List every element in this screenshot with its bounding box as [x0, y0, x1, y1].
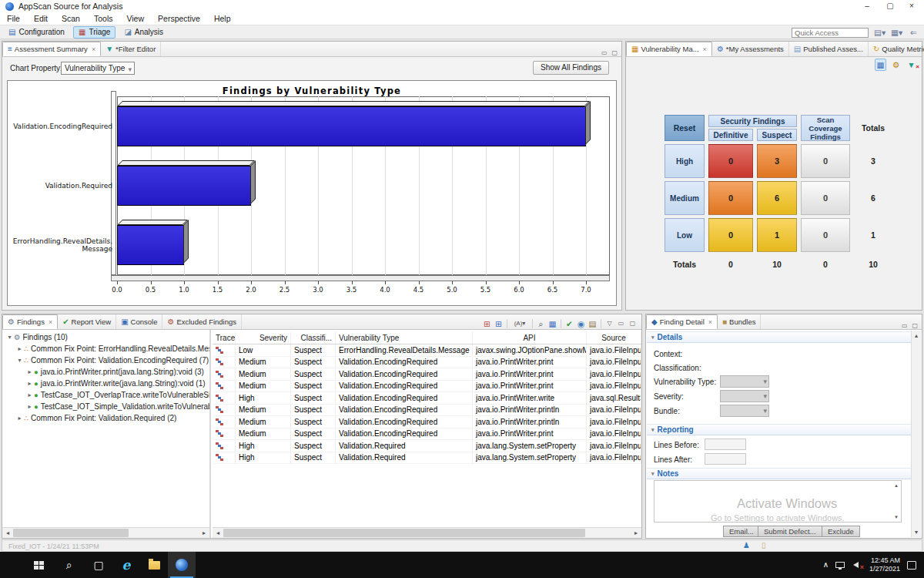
bundle-status-icon[interactable]: ▯: [762, 542, 766, 549]
vulnerability-type-select[interactable]: ▾: [720, 375, 769, 388]
minimize-view-icon[interactable]: ▭: [601, 49, 608, 56]
tab-assessment-summary[interactable]: ≡Assessment Summary×: [2, 42, 101, 56]
maximize-view-icon[interactable]: ▢: [627, 318, 638, 329]
view-menu-icon[interactable]: ▽: [604, 318, 615, 329]
exclude-button[interactable]: Exclude: [822, 526, 860, 537]
edit-trace-icon[interactable]: ⊞: [493, 318, 504, 329]
notes-section-header[interactable]: ▾ Notes: [647, 468, 911, 479]
trace-cell[interactable]: [213, 416, 236, 428]
tab-report-view[interactable]: ✔Report View: [58, 314, 116, 329]
lines-after-input[interactable]: [705, 453, 746, 465]
table-row[interactable]: HighSuspectValidation.Requiredjava.lang.…: [213, 440, 641, 452]
perspective-configuration[interactable]: ▤Configuration: [3, 26, 70, 39]
matrix-cell-medium-scan[interactable]: 0: [801, 181, 850, 215]
trace-cell[interactable]: [213, 368, 236, 380]
lines-before-input[interactable]: [705, 439, 746, 450]
scroll-left-icon[interactable]: ◂: [213, 529, 223, 536]
menu-file[interactable]: File: [0, 12, 27, 25]
tree-hscrollbar[interactable]: ◂ ▸: [2, 527, 209, 538]
chart-bar-validation-required[interactable]: [117, 166, 251, 206]
clear-filter-icon[interactable]: ▼×: [906, 59, 917, 70]
check-icon[interactable]: ✔: [564, 318, 575, 329]
matrix-cell-medium-1[interactable]: 6: [757, 181, 797, 215]
back-icon[interactable]: ⇐: [908, 27, 919, 38]
trace-cell[interactable]: [213, 344, 236, 356]
maximize-view-icon[interactable]: ▢: [611, 49, 618, 56]
matrix-cell-low-1[interactable]: 1: [757, 218, 797, 252]
detail-vscrollbar[interactable]: ▴ ▾: [911, 331, 921, 537]
tree-expand-icon[interactable]: ▸: [15, 345, 24, 352]
tree-item[interactable]: ▸●java.io.PrintWriter.write(java.lang.St…: [2, 378, 209, 389]
report-icon[interactable]: ▤: [587, 318, 598, 329]
tab-bundles[interactable]: ■Bundles: [718, 314, 761, 329]
tree-expand-icon[interactable]: ▸: [25, 380, 34, 387]
menu-perspective[interactable]: Perspective: [151, 12, 207, 25]
volume-muted-icon[interactable]: ×: [852, 560, 862, 570]
details-section-header[interactable]: ▾ Details: [647, 331, 911, 343]
maximize-view-icon[interactable]: ▢: [912, 322, 918, 329]
menu-tools[interactable]: Tools: [87, 12, 120, 25]
trace-icon[interactable]: ⊞: [481, 318, 493, 329]
menu-view[interactable]: View: [119, 12, 151, 25]
table-row[interactable]: MediumSuspectValidation.EncodingRequired…: [213, 368, 641, 381]
column-header-classifi[interactable]: Classifi...: [291, 331, 336, 344]
minimize-view-icon[interactable]: ▭: [615, 318, 627, 329]
tree-item[interactable]: ▾∴Common Fix Point: Validation.EncodingR…: [2, 355, 209, 366]
reset-button[interactable]: Reset: [665, 115, 705, 141]
tree-item[interactable]: ▸∴Common Fix Point: Validation.Required …: [2, 412, 209, 424]
tree-item[interactable]: ▸∴Common Fix Point: ErrorHandling.Reveal…: [2, 343, 209, 355]
group-by-icon[interactable]: (A)▾: [510, 318, 530, 329]
tree-expand-icon[interactable]: ▾: [5, 334, 14, 341]
start-button[interactable]: [25, 552, 52, 578]
trace-cell[interactable]: [213, 452, 236, 464]
table-row[interactable]: MediumSuspectValidation.EncodingRequired…: [213, 428, 641, 441]
close-icon[interactable]: ×: [708, 318, 712, 326]
scroll-up-icon[interactable]: ▴: [912, 332, 921, 339]
scroll-down-icon[interactable]: ▾: [892, 514, 900, 520]
submit-defect-button[interactable]: Submit Defect...: [758, 526, 822, 537]
scroll-left-icon[interactable]: ◂: [2, 529, 13, 536]
tab-vulnerability-ma[interactable]: ▦Vulnerability Ma...×: [626, 42, 712, 56]
chart-bar-validation-encodingrequired[interactable]: [117, 106, 586, 146]
bundle-select[interactable]: ▾: [720, 405, 769, 417]
tab-excluded-findings[interactable]: ⚙Excluded Findings: [162, 314, 242, 329]
table-row[interactable]: LowSuspectErrorHandling.RevealDetails.Me…: [213, 344, 641, 357]
window-restore-button[interactable]: ▢: [879, 0, 901, 12]
trace-cell[interactable]: [213, 357, 236, 368]
tab-findings[interactable]: ⚙Findings×: [2, 314, 58, 329]
scroll-right-icon[interactable]: ▸: [631, 529, 641, 536]
column-header-vulnerability-type[interactable]: Vulnerability Type: [336, 331, 473, 344]
window-close-button[interactable]: ×: [901, 0, 922, 12]
trace-cell[interactable]: [213, 392, 236, 404]
menu-edit[interactable]: Edit: [27, 12, 55, 25]
trace-cell[interactable]: [213, 428, 236, 440]
matrix-cell-high-1[interactable]: 3: [757, 144, 797, 178]
table-row[interactable]: MediumSuspectValidation.EncodingRequired…: [213, 381, 641, 393]
matrix-cell-high-scan[interactable]: 0: [801, 144, 850, 178]
tree-expand-icon[interactable]: ▸: [25, 368, 34, 375]
menu-scan[interactable]: Scan: [55, 12, 87, 25]
hidden-icons-chevron[interactable]: ∧: [823, 561, 829, 569]
tree-item[interactable]: ▸●java.io.PrintWriter.print(java.lang.St…: [2, 366, 209, 378]
action-center-icon[interactable]: [907, 561, 916, 570]
menu-help[interactable]: Help: [207, 12, 238, 25]
perspective-triage[interactable]: ▦Triage: [73, 26, 116, 39]
tab-published-asses[interactable]: ▤Published Asses...: [789, 42, 869, 56]
search-icon[interactable]: ⌕: [535, 318, 547, 329]
tree-expand-icon[interactable]: ▾: [15, 357, 24, 364]
chart-bar-errorhandling-revealdetails-message[interactable]: [117, 225, 184, 265]
tree-expand-icon[interactable]: ▸: [25, 403, 34, 410]
column-header-source[interactable]: Source: [587, 331, 641, 344]
taskbar-clock[interactable]: 12:45 AM 1/27/2021: [869, 556, 900, 573]
scroll-up-icon[interactable]: ▴: [892, 482, 900, 489]
matrix-cell-medium-0[interactable]: 0: [708, 181, 753, 215]
matrix-view-icon[interactable]: ▦: [875, 59, 886, 71]
tree-item[interactable]: ▸●TestCase_IOT_OverlapTrace.writeToVulne…: [2, 389, 209, 401]
taskbar-search-button[interactable]: ⌕: [55, 552, 83, 578]
scroll-thumb[interactable]: [223, 529, 585, 537]
table-row[interactable]: MediumSuspectValidation.EncodingRequired…: [213, 357, 641, 369]
scroll-right-icon[interactable]: ▸: [199, 529, 209, 536]
scroll-thumb[interactable]: [13, 529, 129, 537]
appscan-taskbar-button[interactable]: [168, 552, 196, 578]
table-icon[interactable]: ▦: [547, 318, 558, 329]
